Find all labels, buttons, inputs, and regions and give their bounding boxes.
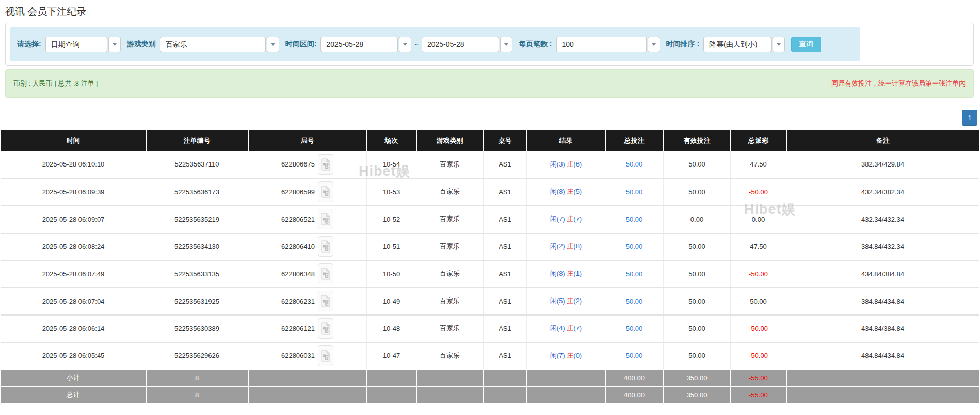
cell-total-bet[interactable]: 50.00 (605, 206, 664, 233)
video-replay-button[interactable] (318, 209, 333, 229)
total-bet-link[interactable]: 50.00 (626, 215, 643, 223)
chevron-down-icon (777, 43, 781, 46)
cell-result: 闲(8) 庄(1) (527, 260, 605, 288)
cell-game-type: 百家乐 (416, 315, 484, 342)
table-row: 2025-05-28 06:07:04522535631925622806231… (1, 288, 979, 315)
cell-session: 10-47 (367, 342, 416, 370)
chevron-down-icon[interactable] (399, 37, 411, 52)
cell-remark: 382.34/429.84 (786, 151, 979, 178)
round-id-group: 622806121 (248, 318, 366, 339)
cell-round-id: 622806599 (248, 178, 367, 206)
date-from-value[interactable]: 2025-05-28 (320, 37, 398, 52)
cell-total-bet[interactable]: 50.00 (605, 233, 664, 260)
total-bet-link[interactable]: 50.00 (626, 270, 643, 278)
total-row-cell-8: 350.00 (664, 387, 731, 404)
chevron-down-icon[interactable] (108, 37, 121, 52)
filter-panel: 请选择: 日期查询 游戏类别 百家乐 时间区间: 2025-05-28 ~ 20… (5, 23, 974, 66)
cell-total-bet[interactable]: 50.00 (605, 288, 664, 315)
total-bet-link[interactable]: 50.00 (626, 325, 643, 333)
video-replay-button[interactable] (318, 236, 333, 257)
sort-select[interactable]: 降幂(由大到小) (703, 37, 785, 52)
cell-bet-id: 522535634130 (146, 233, 248, 260)
subtotal-row-cell-8: 350.00 (664, 370, 731, 387)
cell-total-bet[interactable]: 50.00 (605, 178, 664, 206)
chevron-down-icon[interactable] (648, 37, 660, 52)
result-banker: 庄 (567, 297, 573, 305)
cell-total-bet[interactable]: 50.00 (605, 315, 664, 342)
subtotal-row-cell-0: 小计 (1, 370, 146, 387)
result-player: 闲(5) (550, 297, 567, 305)
page-size-value[interactable]: 100 (556, 37, 647, 52)
result-banker: 庄 (567, 324, 573, 332)
chevron-down-icon[interactable] (500, 37, 512, 52)
chevron-down-icon[interactable] (267, 37, 279, 52)
date-to-value[interactable]: 2025-05-28 (422, 37, 499, 52)
query-type-value[interactable]: 日期查询 (45, 37, 107, 52)
cell-time: 2025-05-28 06:05:45 (1, 342, 146, 370)
video-replay-button[interactable] (318, 345, 333, 366)
cell-game-type: 百家乐 (416, 233, 484, 260)
cell-valid-bet: 50.00 (664, 342, 731, 370)
result-banker: 庄 (567, 160, 573, 168)
cell-result: 闲(7) 庄(0) (527, 342, 605, 370)
total-bet-link[interactable]: 50.00 (626, 352, 643, 359)
pagination-page-1[interactable]: 1 (962, 110, 977, 126)
total-row-cell-7: 400.00 (605, 387, 664, 404)
column-header-5: 桌号 (484, 130, 527, 151)
subtotal-row-cell-1: 8 (146, 370, 248, 387)
cell-valid-bet: 50.00 (664, 178, 731, 206)
total-bet-link[interactable]: 50.00 (626, 297, 643, 305)
total-bet-link[interactable]: 50.00 (626, 160, 643, 168)
cell-game-type: 百家乐 (416, 260, 484, 288)
total-bet-link[interactable]: 50.00 (626, 243, 643, 251)
video-replay-button[interactable] (318, 154, 333, 175)
result-player: 闲(3) (550, 160, 567, 168)
round-id-group: 622806348 (248, 263, 366, 284)
column-header-7: 总投注 (605, 130, 664, 151)
round-id-text: 622806521 (281, 215, 315, 223)
date-from-select[interactable]: 2025-05-28 (320, 37, 411, 52)
column-header-2: 局号 (248, 130, 367, 151)
cell-game-type: 百家乐 (416, 178, 484, 206)
video-replay-button[interactable] (318, 291, 333, 311)
cell-total-bet[interactable]: 50.00 (605, 342, 664, 370)
cell-valid-bet: 50.00 (664, 260, 731, 288)
cell-round-id: 622806675 (248, 151, 367, 178)
video-replay-button[interactable] (318, 263, 333, 284)
cell-payout: -50.00 (731, 260, 786, 288)
total-row-cell-10 (786, 387, 979, 404)
result-banker-points: (7) (573, 215, 582, 223)
game-type-value[interactable]: 百家乐 (160, 37, 266, 52)
video-file-icon (321, 322, 330, 335)
date-to-select[interactable]: 2025-05-28 (422, 37, 512, 52)
cell-game-type: 百家乐 (416, 288, 484, 315)
total-row-cell-5 (484, 387, 527, 404)
game-type-select[interactable]: 百家乐 (160, 37, 279, 52)
page-size-select[interactable]: 100 (556, 37, 660, 52)
table-row: 2025-05-28 06:05:45522535629626622806031… (1, 342, 979, 370)
chevron-down-icon[interactable] (773, 37, 785, 52)
cell-remark: 384.84/434.84 (786, 288, 979, 315)
game-type-label: 游戏类别 (127, 40, 156, 49)
query-type-select[interactable]: 日期查询 (45, 37, 121, 52)
page: 视讯 会员下注纪录 请选择: 日期查询 游戏类别 百家乐 时间区间: 2025-… (0, 0, 980, 415)
cell-time: 2025-05-28 06:08:24 (1, 233, 146, 260)
cell-bet-id: 522535635219 (146, 206, 248, 233)
sort-value[interactable]: 降幂(由大到小) (703, 37, 772, 52)
cell-bet-id: 522535631925 (146, 288, 248, 315)
result-banker: 庄 (567, 242, 573, 250)
video-replay-button[interactable] (318, 318, 333, 339)
result-player: 闲(7) (550, 352, 567, 359)
cell-remark: 384.84/432.34 (786, 233, 979, 260)
search-button[interactable]: 查询 (791, 37, 821, 52)
cell-total-bet[interactable]: 50.00 (605, 151, 664, 178)
chevron-down-icon (403, 43, 407, 46)
result-banker-points: (0) (573, 352, 582, 359)
table-header: 时间注单编号局号场次游戏类别桌号结果总投注有效投注总派彩备注 (1, 130, 979, 151)
round-id-group: 622806599 (248, 181, 366, 202)
total-bet-link[interactable]: 50.00 (626, 188, 643, 196)
cell-time: 2025-05-28 06:09:07 (1, 206, 146, 233)
cell-total-bet[interactable]: 50.00 (605, 260, 664, 288)
video-replay-button[interactable] (318, 181, 333, 202)
records-table-wrap: 时间注单编号局号场次游戏类别桌号结果总投注有效投注总派彩备注 2025-05-2… (1, 130, 979, 404)
